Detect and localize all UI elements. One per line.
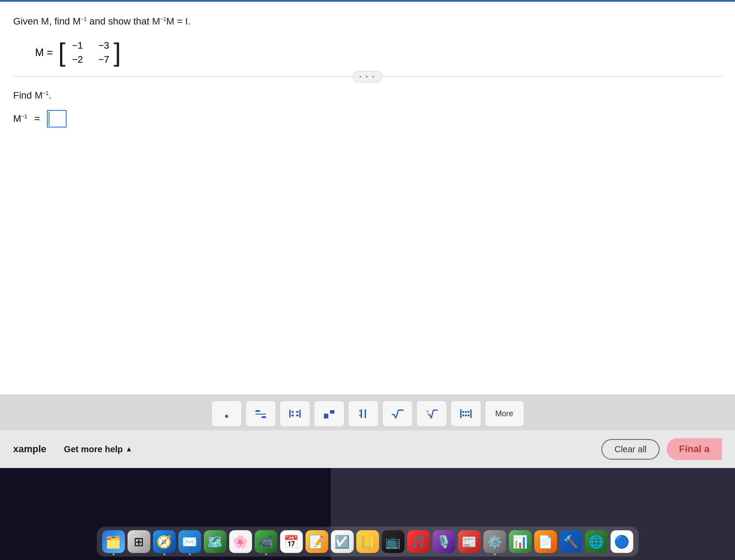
dock-dot: [113, 553, 114, 555]
dock-dot: [494, 553, 496, 555]
example-link[interactable]: xample: [13, 443, 46, 455]
divider-dots: • • •: [359, 73, 376, 80]
dock-maps[interactable]: 🗺️: [204, 530, 227, 553]
svg-rect-3: [262, 416, 266, 418]
grid-matrix-button[interactable]: [451, 401, 481, 427]
dock-appletv[interactable]: 📺: [382, 530, 405, 553]
dock-systemprefs[interactable]: ⚙️: [483, 530, 506, 553]
svg-rect-8: [291, 415, 294, 416]
dock-facetime[interactable]: 📹: [255, 530, 277, 553]
svg-rect-4: [289, 410, 291, 418]
dock-dot: [189, 553, 191, 555]
matrix-r1c1: −1: [70, 40, 83, 51]
svg-text:n: n: [426, 409, 429, 414]
grid-matrix-icon: [459, 407, 473, 421]
matrix-definition: M = [ −1 −3 −2 −7 ]: [35, 37, 722, 68]
answer-row: M−1 =: [13, 110, 722, 128]
equals-sign: =: [32, 113, 43, 124]
svg-rect-18: [460, 409, 462, 418]
svg-rect-9: [296, 415, 298, 416]
svg-point-0: [225, 415, 228, 418]
svg-rect-10: [324, 414, 328, 418]
svg-rect-1: [256, 410, 260, 412]
svg-rect-6: [291, 411, 294, 413]
dock-dot: [265, 553, 267, 555]
more-label: More: [495, 409, 513, 418]
sqrt-button[interactable]: [382, 401, 413, 427]
final-label: Final a: [679, 443, 710, 454]
divider-pill[interactable]: • • •: [353, 71, 382, 82]
fraction-icon: [254, 407, 268, 421]
answer-input-box[interactable]: [47, 110, 67, 128]
svg-rect-20: [462, 411, 464, 413]
svg-rect-25: [468, 415, 469, 416]
svg-rect-14: [359, 410, 361, 412]
superscript-button[interactable]: [314, 401, 344, 427]
fraction-button[interactable]: [245, 401, 276, 427]
answer-variable: M−1: [13, 113, 27, 124]
svg-rect-7: [296, 411, 298, 413]
dock-launchpad[interactable]: ⊞: [128, 530, 150, 553]
final-answer-button[interactable]: Final a: [667, 438, 722, 460]
dock-stickies[interactable]: 📝: [305, 530, 328, 553]
sqrt-icon: [391, 407, 405, 421]
matrix-2x2-icon: [288, 407, 302, 421]
dock-arcgis[interactable]: 🌐: [585, 530, 608, 553]
dock-chrome[interactable]: 🔵: [611, 530, 633, 553]
matrix-values: −1 −3 −2 −7: [65, 37, 114, 68]
dock-pages[interactable]: 📄: [534, 530, 557, 553]
dock-numbers[interactable]: 📊: [509, 530, 532, 553]
matrix-2x2-button[interactable]: [280, 401, 310, 427]
dock-icons-container: 🗂️ ⊞ 🧭 ✉️ 🗺️ 🌸 📹 📅 📝: [97, 527, 639, 556]
dock-podcasts[interactable]: 🎙️: [433, 530, 455, 553]
dock-music[interactable]: 🎵: [407, 530, 430, 553]
matrix-label: M =: [35, 46, 53, 59]
main-content: Given M, find M−1 and show that M−1M = I…: [0, 2, 735, 128]
svg-rect-2: [256, 414, 266, 415]
dock-notes[interactable]: 📒: [356, 530, 379, 553]
absolute-value-button[interactable]: [348, 401, 379, 427]
nth-root-icon: n: [425, 407, 439, 421]
clear-all-button[interactable]: Clear all: [601, 439, 660, 460]
svg-rect-11: [330, 410, 334, 414]
example-label: xample: [13, 443, 46, 454]
dock-news[interactable]: 📰: [458, 530, 481, 553]
bottom-right-actions: Clear all Final a: [601, 438, 722, 460]
dot-button[interactable]: [211, 401, 242, 427]
svg-rect-22: [468, 411, 469, 413]
svg-rect-23: [462, 415, 464, 416]
dock-finder[interactable]: 🗂️: [102, 530, 125, 553]
bracket-left: [: [58, 39, 66, 66]
dock-dot: [163, 553, 165, 555]
superscript-icon: [322, 407, 336, 421]
bracket-right: ]: [114, 39, 121, 66]
chevron-up-icon: ▲: [125, 445, 132, 453]
toolbar-buttons-container: n More: [211, 401, 524, 427]
clear-all-label: Clear all: [614, 444, 646, 454]
dock-mail[interactable]: ✉️: [178, 530, 201, 553]
svg-rect-19: [470, 409, 472, 418]
dot-icon: [220, 407, 234, 421]
bottom-action-bar: xample Get more help ▲ Clear all Final a: [0, 430, 735, 468]
find-instruction: Find M−1.: [13, 90, 722, 101]
nth-root-button[interactable]: n: [416, 401, 447, 427]
matrix-r1c2: −3: [96, 40, 109, 51]
svg-rect-13: [365, 409, 366, 418]
dock-calendar[interactable]: 📅: [280, 530, 303, 553]
dock: 🗂️ ⊞ 🧭 ✉️ 🗺️ 🌸 📹 📅 📝: [0, 468, 735, 560]
svg-rect-21: [465, 411, 467, 413]
dock-xcode[interactable]: 🔨: [560, 530, 582, 553]
problem-statement: Given M, find M−1 and show that M−1M = I…: [13, 15, 722, 28]
dock-safari[interactable]: 🧭: [153, 530, 176, 553]
get-help-label: Get more help: [64, 444, 123, 454]
get-more-help-button[interactable]: Get more help ▲: [64, 444, 132, 454]
svg-rect-5: [299, 410, 301, 418]
svg-rect-15: [359, 415, 361, 416]
more-button[interactable]: More: [485, 401, 524, 427]
dock-photos[interactable]: 🌸: [229, 530, 252, 553]
matrix-r2c2: −7: [96, 54, 109, 65]
matrix-r2c1: −2: [70, 54, 83, 65]
svg-rect-24: [465, 415, 467, 416]
dock-reminders[interactable]: ☑️: [331, 530, 354, 553]
bottom-left-actions: xample Get more help ▲: [13, 443, 132, 455]
